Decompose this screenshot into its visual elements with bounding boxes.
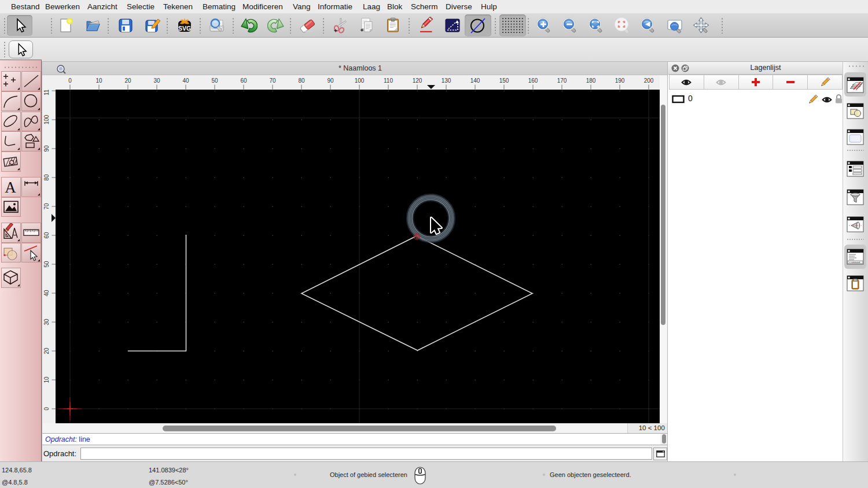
svg-text:170: 170 — [557, 77, 567, 84]
svg-text:90: 90 — [327, 77, 334, 84]
svg-text:0: 0 — [43, 407, 50, 411]
svg-text:100: 100 — [43, 114, 50, 124]
svg-text:100: 100 — [355, 77, 365, 84]
svg-text:120: 120 — [413, 77, 422, 84]
svg-text:0: 0 — [68, 77, 72, 84]
svg-text:A: A — [5, 179, 16, 196]
svg-text:> command: > command — [849, 261, 860, 264]
svg-text:30: 30 — [153, 77, 160, 84]
svg-text:180: 180 — [586, 77, 596, 84]
svg-text:110: 110 — [43, 90, 50, 95]
svg-text:40: 40 — [182, 77, 189, 84]
svg-text:40: 40 — [43, 290, 50, 297]
svg-text:140: 140 — [470, 77, 480, 84]
svg-text:10: 10 — [95, 77, 102, 84]
svg-text:10: 10 — [43, 376, 50, 383]
svg-text:50: 50 — [43, 261, 50, 268]
svg-text:110: 110 — [384, 77, 393, 84]
svg-text:90: 90 — [43, 145, 50, 152]
svg-text:190: 190 — [615, 77, 625, 84]
svg-text:130: 130 — [442, 77, 451, 84]
svg-text:60: 60 — [240, 77, 247, 84]
svg-text:70: 70 — [43, 203, 50, 210]
svg-text:160: 160 — [528, 77, 538, 84]
svg-text:20: 20 — [124, 77, 131, 84]
svg-text:200: 200 — [644, 77, 654, 84]
svg-text:60: 60 — [43, 232, 50, 239]
svg-text:150: 150 — [499, 77, 509, 84]
svg-text:80: 80 — [43, 174, 50, 181]
svg-text:30: 30 — [43, 319, 50, 326]
svg-text:20: 20 — [43, 347, 50, 354]
svg-text:70: 70 — [269, 77, 276, 84]
svg-text:SVG: SVG — [178, 25, 191, 32]
svg-text:50: 50 — [211, 77, 218, 84]
svg-text:80: 80 — [298, 77, 305, 84]
